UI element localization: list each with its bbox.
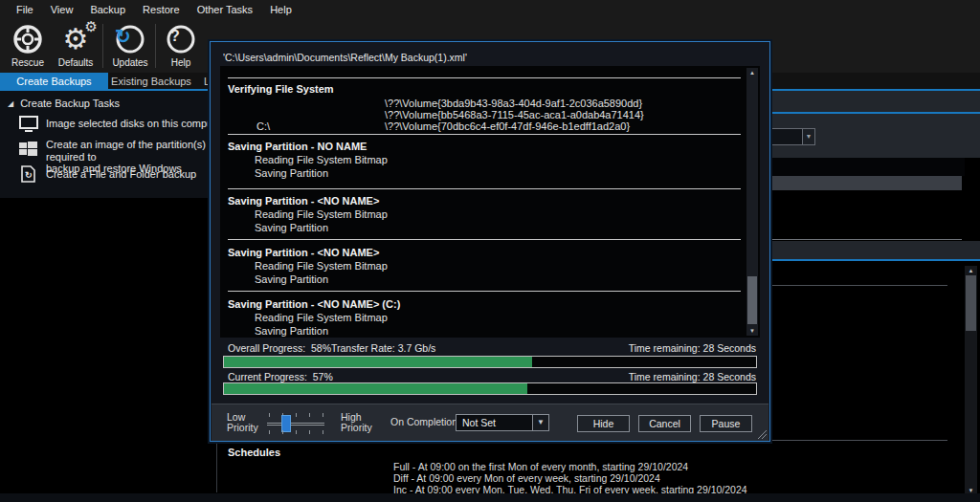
log-line: Saving Partition — [255, 273, 328, 285]
svg-text:↻: ↻ — [25, 170, 33, 180]
log-line: Saving Partition — [255, 222, 328, 233]
background-divider — [771, 239, 962, 240]
overall-progress-value: 58% — [311, 342, 331, 354]
monitor-icon — [19, 116, 40, 133]
slider-tick — [269, 430, 270, 434]
slider-tick — [282, 430, 283, 434]
toolbar-button-label: Defaults — [53, 57, 99, 68]
slider-tick — [296, 430, 297, 434]
chevron-down-icon: ▼ — [532, 415, 548, 430]
overall-progress-bar — [223, 356, 757, 368]
scroll-up-icon[interactable]: ▲ — [965, 266, 977, 275]
log-separator — [228, 77, 741, 78]
tab-existing-backups[interactable]: Existing Backups — [108, 73, 194, 89]
background-row — [770, 158, 965, 176]
expander-triangle-icon: ◢ — [8, 99, 13, 108]
slider-tick — [269, 413, 270, 417]
log-line: Reading File System Bitmap — [255, 208, 388, 220]
background-combobox[interactable]: ▼ — [771, 128, 815, 145]
scroll-up-icon[interactable]: ▲ — [746, 68, 758, 77]
dialog-title-path: 'C:\Users\admin\Documents\Reflect\My Bac… — [223, 52, 467, 63]
menu-file[interactable]: File — [8, 1, 42, 18]
toolbar-button-label: Rescue — [5, 57, 51, 68]
slider-tick — [323, 430, 323, 434]
menu-backup[interactable]: Backup — [81, 1, 134, 18]
log-section-header: Saving Partition - NO NAME — [228, 141, 367, 152]
log-line: Reading File System Bitmap — [255, 312, 388, 323]
slider-tick — [309, 413, 310, 417]
sidebar-item-image-disks[interactable]: Image selected disks on this computer — [46, 118, 210, 130]
priority-slider-track[interactable] — [267, 423, 324, 426]
app-window: File View Backup Restore Other Tasks Hel… — [0, 0, 980, 502]
toolbar-button-label: Help — [158, 57, 204, 68]
resize-grip[interactable] — [758, 430, 767, 439]
log-line: Saving Partition — [255, 325, 328, 337]
on-completion-select[interactable]: Not Set ▼ — [456, 414, 549, 431]
file-backup-icon: ↻ — [21, 165, 42, 183]
gear-icon: ⚙ ⚙ — [53, 22, 99, 56]
pause-button[interactable]: Pause — [700, 415, 752, 432]
log-scrollbar[interactable]: ▲ ▼ — [746, 68, 758, 336]
overall-progress-fill — [224, 357, 532, 367]
question-icon: ? — [158, 22, 204, 56]
scrollbar-thumb[interactable] — [747, 276, 757, 324]
backup-log-area: Verifying File System \??\Volume{3bda9b4… — [220, 66, 760, 338]
high-priority-label: High Priority — [341, 412, 372, 433]
volume-guid: \??\Volume{70dbc6c4-ef0f-47df-946e-b1edf… — [385, 120, 630, 132]
overall-time-remaining: Time remaining: 28 Seconds — [629, 342, 756, 354]
schedules-header: Schedules — [228, 447, 280, 458]
background-line — [771, 440, 947, 441]
cancel-button[interactable]: Cancel — [638, 415, 691, 432]
background-panel — [770, 241, 980, 259]
sidebar-item-file-folder-backup[interactable]: Create a File and Folder backup — [46, 168, 210, 181]
defaults-button[interactable]: ⚙ ⚙ Defaults — [53, 22, 99, 72]
scroll-down-icon[interactable]: ▼ — [746, 326, 758, 336]
help-button[interactable]: ? Help — [158, 22, 204, 72]
slider-tick — [323, 413, 323, 417]
current-progress-value: 57% — [313, 371, 333, 382]
on-completion-value: Not Set — [462, 417, 496, 428]
toolbar-button-label: Updates — [107, 57, 153, 68]
volume-mount: C:\ — [256, 120, 270, 132]
bottom-strip — [0, 493, 980, 502]
schedule-diff: Diff - At 09:00 every Mon of every week,… — [393, 472, 660, 484]
refresh-icon: ↻ — [107, 22, 153, 56]
log-separator — [228, 291, 741, 292]
low-priority-label: Low Priority — [227, 412, 258, 433]
windows-logo-icon — [19, 141, 40, 158]
menu-help[interactable]: Help — [261, 1, 301, 18]
background-row-selected[interactable] — [770, 176, 962, 190]
log-separator — [228, 239, 741, 240]
sidebar-group-header[interactable]: ◢ Create Backup Tasks — [8, 98, 120, 109]
on-completion-label: On Completion — [390, 417, 457, 427]
log-separator — [228, 134, 741, 135]
background-divider — [770, 259, 980, 261]
menu-other-tasks[interactable]: Other Tasks — [189, 1, 262, 18]
slider-tick — [309, 430, 310, 434]
rescue-button[interactable]: Rescue — [5, 22, 51, 72]
background-scrollbar[interactable]: ▲ ▼ — [965, 266, 977, 495]
volume-guid: \??\Volume{3bda9b43-98a3-404d-9af1-2c036… — [385, 98, 642, 109]
menu-view[interactable]: View — [42, 1, 82, 18]
schedule-full: Full - At 09:00 on the first Mon of ever… — [393, 461, 688, 472]
scrollbar-thumb[interactable] — [966, 275, 976, 331]
log-line: Reading File System Bitmap — [255, 260, 388, 272]
slider-tick — [296, 413, 297, 417]
overall-progress-label: Overall Progress: 58% — [228, 342, 331, 354]
current-progress-bar — [223, 382, 757, 395]
current-progress-label: Current Progress: 57% — [228, 371, 333, 382]
log-line: Reading File System Bitmap — [255, 154, 388, 165]
menu-restore[interactable]: Restore — [134, 1, 189, 18]
sidebar-create-backup-tasks: ◢ Create Backup Tasks Image selected dis… — [0, 91, 210, 198]
hide-button[interactable]: Hide — [577, 415, 630, 432]
current-time-remaining: Time remaining: 28 Seconds — [629, 371, 756, 382]
tab-create-backups[interactable]: Create Backups — [0, 73, 108, 89]
log-separator — [228, 188, 741, 189]
backup-progress-dialog: 'C:\Users\admin\Documents\Reflect\My Bac… — [210, 41, 770, 442]
lifebuoy-icon — [5, 22, 51, 56]
log-line: Saving Partition — [255, 167, 328, 179]
transfer-rate-label: Transfer Rate: 3.7 Gb/s — [331, 342, 435, 354]
volume-guid: \??\Volume{bb5468a3-7115-45ac-aca1-a0dab… — [385, 109, 644, 120]
updates-button[interactable]: ↻ Updates — [107, 22, 153, 72]
current-progress-fill — [224, 383, 527, 394]
